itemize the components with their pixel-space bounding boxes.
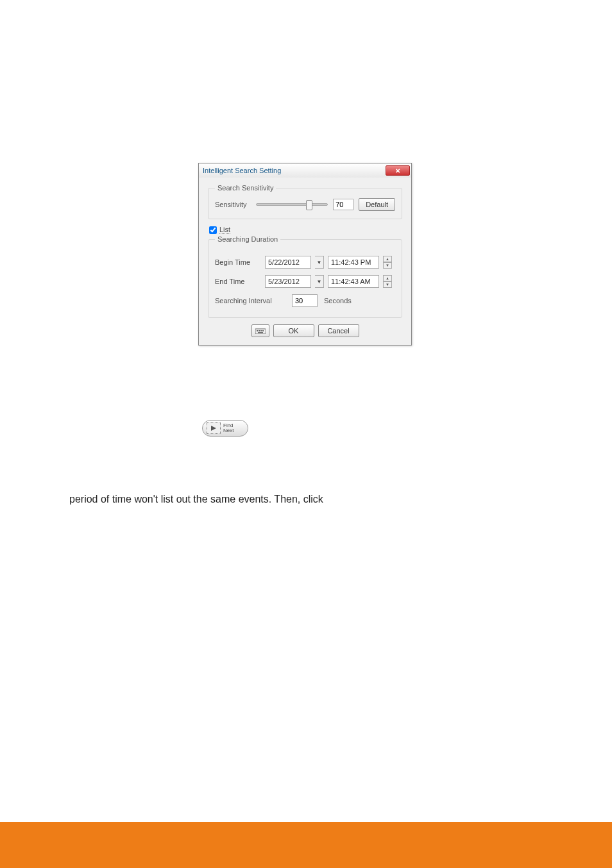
list-checkbox-label[interactable]: List — [219, 226, 230, 234]
cancel-button[interactable]: Cancel — [318, 324, 359, 337]
interval-label: Searching Interval — [215, 297, 285, 305]
begin-date-dropdown-icon[interactable]: ▼ — [315, 256, 324, 269]
keyboard-icon — [255, 328, 266, 334]
svg-rect-3 — [260, 330, 262, 331]
titlebar[interactable]: Intelligent Search Setting ✕ — [199, 163, 411, 178]
sensitivity-legend: Search Sensitivity — [215, 184, 276, 192]
svg-rect-2 — [259, 330, 260, 331]
end-time-spin-up[interactable]: ▲ — [383, 275, 392, 281]
interval-unit: Seconds — [324, 297, 352, 305]
begin-date-input[interactable] — [265, 256, 311, 269]
sensitivity-slider[interactable] — [256, 203, 328, 206]
slider-thumb[interactable] — [306, 200, 312, 210]
dialog-body: Search Sensitivity Sensitivity Default L… — [199, 178, 411, 345]
keyboard-icon-button[interactable] — [251, 324, 269, 337]
close-button[interactable]: ✕ — [386, 165, 410, 176]
ok-button[interactable]: OK — [273, 324, 314, 337]
svg-rect-1 — [257, 330, 258, 331]
find-next-button[interactable]: Find Next — [202, 420, 248, 437]
end-date-dropdown-icon[interactable]: ▼ — [315, 275, 324, 288]
duration-legend: Searching Duration — [215, 235, 280, 243]
begin-time-spin-down[interactable]: ▼ — [383, 262, 392, 269]
footer-bar — [0, 822, 612, 868]
list-checkbox-row: List — [209, 226, 402, 234]
window-title: Intelligent Search Setting — [203, 167, 281, 174]
end-time-label: End Time — [215, 278, 261, 285]
begin-time-spin-up[interactable]: ▲ — [383, 256, 392, 262]
end-date-input[interactable] — [265, 275, 311, 288]
interval-input[interactable] — [292, 294, 318, 307]
intelligent-search-dialog: Intelligent Search Setting ✕ Search Sens… — [198, 163, 412, 346]
svg-rect-4 — [262, 330, 264, 331]
end-time-spinner: ▲ ▼ — [383, 275, 392, 288]
svg-marker-6 — [211, 426, 216, 431]
begin-time-spinner: ▲ ▼ — [383, 256, 392, 269]
body-paragraph: period of time won't list out the same e… — [69, 494, 323, 505]
duration-group: Searching Duration Begin Time ▼ ▲ ▼ End … — [208, 235, 402, 318]
find-next-text: Find Next — [223, 423, 234, 433]
dialog-footer: OK Cancel — [208, 324, 402, 337]
sensitivity-label: Sensitivity — [215, 201, 251, 208]
end-time-spin-down[interactable]: ▼ — [383, 281, 392, 288]
svg-rect-5 — [258, 332, 263, 333]
begin-time-label: Begin Time — [215, 258, 261, 266]
play-icon — [211, 426, 216, 431]
play-icon-box — [207, 422, 221, 434]
sensitivity-group: Search Sensitivity Sensitivity Default — [208, 184, 402, 219]
list-checkbox[interactable] — [209, 226, 217, 234]
end-time-input[interactable] — [328, 275, 379, 288]
begin-time-input[interactable] — [328, 256, 379, 269]
sensitivity-value-input[interactable] — [333, 199, 353, 210]
find-next-line2: Next — [223, 428, 234, 433]
default-button[interactable]: Default — [359, 198, 395, 211]
